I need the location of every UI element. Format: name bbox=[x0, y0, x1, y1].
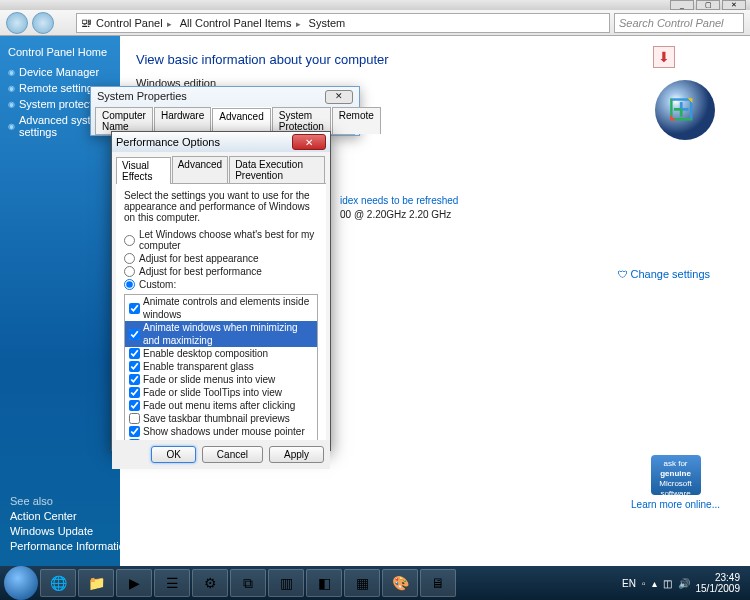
tray-network-icon[interactable]: ◫ bbox=[663, 578, 672, 589]
rating-icon[interactable]: ⬇ bbox=[653, 46, 675, 68]
see-also-link[interactable]: Action Center bbox=[10, 510, 181, 522]
taskbar-media-icon[interactable]: ▶ bbox=[116, 569, 152, 597]
breadcrumb[interactable]: 🖳 Control Panel All Control Panel Items … bbox=[76, 13, 610, 33]
taskbar-window-icon[interactable]: 🖥 bbox=[420, 569, 456, 597]
tab-hardware[interactable]: Hardware bbox=[154, 107, 211, 134]
page-heading: View basic information about your comput… bbox=[136, 52, 734, 67]
tab-visual-effects[interactable]: Visual Effects bbox=[116, 157, 171, 184]
checklist-item[interactable]: Enable desktop composition bbox=[125, 347, 317, 360]
genuine-badge[interactable]: ask forgenuineMicrosoftsoftware bbox=[651, 455, 701, 495]
taskbar-app-icon[interactable]: ☰ bbox=[154, 569, 190, 597]
taskbar-explorer-icon[interactable]: 📁 bbox=[78, 569, 114, 597]
tray-language[interactable]: EN bbox=[622, 578, 636, 589]
system-tray: EN ▫ ▴ ◫ 🔊 23:4915/1/2009 bbox=[622, 572, 746, 594]
learn-more-link[interactable]: Learn more online... bbox=[631, 499, 720, 510]
tab-advanced[interactable]: Advanced bbox=[172, 156, 228, 183]
taskbar-ie-icon[interactable]: 🌐 bbox=[40, 569, 76, 597]
taskbar-paint-icon[interactable]: 🎨 bbox=[382, 569, 418, 597]
window-titlebar: _ ▢ ✕ bbox=[0, 0, 750, 10]
taskbar: 🌐 📁 ▶ ☰ ⚙ ⧉ ▥ ◧ ▦ 🎨 🖥 EN ▫ ▴ ◫ 🔊 23:4915… bbox=[0, 566, 750, 600]
checklist-item[interactable]: Show shadows under mouse pointer bbox=[125, 425, 317, 438]
perfopts-tabs: Visual Effects Advanced Data Execution P… bbox=[116, 156, 326, 184]
checklist-item[interactable]: Save taskbar thumbnail previews bbox=[125, 412, 317, 425]
system-properties-dialog: System Properties ✕ Computer Name Hardwa… bbox=[90, 86, 360, 136]
checklist-item[interactable]: Animate windows when minimizing and maxi… bbox=[125, 321, 317, 347]
forward-button[interactable] bbox=[32, 12, 54, 34]
cancel-button[interactable]: Cancel bbox=[202, 446, 263, 463]
close-button[interactable]: ✕ bbox=[722, 0, 746, 10]
back-button[interactable] bbox=[6, 12, 28, 34]
dialog-title: Performance Options bbox=[116, 136, 220, 148]
sidebar-link-device-manager[interactable]: Device Manager bbox=[8, 66, 112, 78]
breadcrumb-seg[interactable]: System bbox=[309, 17, 354, 29]
tray-clock[interactable]: 23:4915/1/2009 bbox=[696, 572, 741, 594]
checklist-item[interactable]: Fade or slide ToolTips into view bbox=[125, 386, 317, 399]
tray-volume-icon[interactable]: 🔊 bbox=[678, 578, 690, 589]
checklist-item[interactable]: Animate controls and elements inside win… bbox=[125, 295, 317, 321]
see-also: See also Action Center Windows Update Pe… bbox=[10, 492, 181, 555]
breadcrumb-seg[interactable]: Control Panel bbox=[96, 17, 176, 29]
taskbar-app-icon[interactable]: ▦ bbox=[344, 569, 380, 597]
tab-computer-name[interactable]: Computer Name bbox=[95, 107, 153, 134]
see-also-link[interactable]: Windows Update bbox=[10, 525, 181, 537]
see-also-header: See also bbox=[10, 495, 181, 507]
taskbar-app-icon[interactable]: ◧ bbox=[306, 569, 342, 597]
visual-effects-checklist[interactable]: Animate controls and elements inside win… bbox=[124, 294, 318, 440]
ok-button[interactable]: OK bbox=[151, 446, 195, 463]
checklist-item[interactable]: Fade out menu items after clicking bbox=[125, 399, 317, 412]
tab-dep[interactable]: Data Execution Prevention bbox=[229, 156, 325, 183]
windows-logo bbox=[655, 80, 715, 140]
tray-flag-icon[interactable]: ▫ bbox=[642, 578, 646, 589]
processor-value: 00 @ 2.20GHz 2.20 GHz bbox=[340, 209, 451, 220]
dialog-title: System Properties bbox=[97, 90, 187, 104]
nav-history-dropdown[interactable] bbox=[58, 12, 72, 34]
perfopts-description: Select the settings you want to use for … bbox=[124, 190, 318, 223]
rating-refresh-link[interactable]: idex needs to be refreshed bbox=[340, 195, 458, 206]
genuine-badge-area: ask forgenuineMicrosoftsoftware Learn mo… bbox=[631, 455, 720, 510]
breadcrumb-seg[interactable]: All Control Panel Items bbox=[180, 17, 305, 29]
radio-option[interactable]: Adjust for best appearance bbox=[124, 253, 318, 264]
taskbar-app-icon[interactable]: ▥ bbox=[268, 569, 304, 597]
taskbar-app-icon[interactable]: ⚙ bbox=[192, 569, 228, 597]
tab-system-protection[interactable]: System Protection bbox=[272, 107, 331, 134]
search-input[interactable]: Search Control Panel bbox=[614, 13, 744, 33]
dialog-buttons: OK Cancel Apply bbox=[112, 440, 330, 469]
maximize-button[interactable]: ▢ bbox=[696, 0, 720, 10]
tab-remote[interactable]: Remote bbox=[332, 107, 381, 134]
dialog-close-button[interactable]: ✕ bbox=[292, 134, 326, 150]
sidebar-header[interactable]: Control Panel Home bbox=[8, 46, 112, 58]
radio-option[interactable]: Custom: bbox=[124, 279, 318, 290]
checklist-item[interactable]: Fade or slide menus into view bbox=[125, 373, 317, 386]
radio-option[interactable]: Adjust for best performance bbox=[124, 266, 318, 277]
dialog-close-button[interactable]: ✕ bbox=[325, 90, 353, 104]
performance-options-dialog: Performance Options ✕ Visual Effects Adv… bbox=[111, 131, 331, 451]
tray-up-icon[interactable]: ▴ bbox=[652, 578, 657, 589]
navbar: 🖳 Control Panel All Control Panel Items … bbox=[0, 10, 750, 36]
apply-button[interactable]: Apply bbox=[269, 446, 324, 463]
start-button[interactable] bbox=[4, 566, 38, 600]
taskbar-app-icon[interactable]: ⧉ bbox=[230, 569, 266, 597]
radio-option[interactable]: Let Windows choose what's best for my co… bbox=[124, 229, 318, 251]
minimize-button[interactable]: _ bbox=[670, 0, 694, 10]
checklist-item[interactable]: Enable transparent glass bbox=[125, 360, 317, 373]
see-also-link[interactable]: Performance Information and Tools bbox=[10, 540, 181, 552]
change-settings-link[interactable]: Change settings bbox=[618, 268, 710, 280]
